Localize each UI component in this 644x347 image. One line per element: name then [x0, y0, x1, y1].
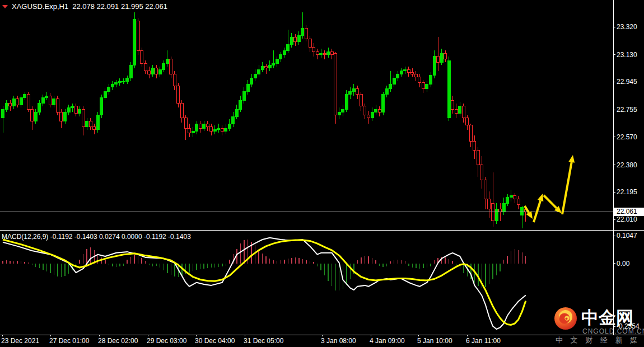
price-tick-label: 22.195	[617, 188, 637, 196]
bull-candle-body	[345, 95, 348, 109]
bull-candle-body	[495, 209, 498, 221]
bear-candle-body	[206, 124, 209, 126]
bear-candle-body	[221, 128, 223, 131]
bear-candle-body	[316, 52, 319, 55]
forecast-arrow-shaft	[544, 195, 557, 208]
symbol-ohlc-quote: 22.078 22.091 21.995 22.061	[72, 2, 167, 11]
bear-candle-body	[148, 71, 151, 74]
bull-candle-body	[327, 52, 330, 55]
bull-candle-body	[71, 106, 74, 108]
bear-candle-body	[480, 165, 483, 180]
bear-candle-body	[334, 53, 337, 115]
price-tick-label: 23.130	[617, 51, 637, 59]
bull-candle-body	[162, 64, 165, 70]
bear-candle-body	[177, 86, 180, 104]
bull-candle-body	[192, 131, 194, 133]
price-tick-label: 22.945	[617, 78, 637, 86]
bull-candle-body	[396, 74, 399, 78]
bull-candle-body	[342, 109, 344, 112]
bull-candle-body	[203, 124, 206, 128]
bull-candle-body	[426, 84, 428, 88]
bull-candle-body	[12, 99, 15, 106]
bull-candle-body	[246, 84, 249, 91]
bear-candle-body	[466, 118, 469, 125]
bull-candle-body	[166, 59, 169, 64]
bear-candle-body	[9, 104, 12, 106]
bull-candle-body	[287, 45, 290, 51]
symbol-name: XAGUSD.Exp,H1	[12, 2, 68, 11]
bull-candle-body	[371, 112, 374, 118]
bear-candle-body	[294, 37, 297, 41]
bull-candle-body	[115, 83, 118, 85]
time-tick-label: 30 Dec 04:00	[195, 337, 235, 345]
time-tick-label: 27 Dec 01:00	[49, 337, 89, 345]
symbol-dropdown-triangle-icon[interactable]	[2, 5, 8, 8]
bear-candle-body	[141, 50, 143, 64]
bull-candle-body	[385, 88, 388, 95]
time-axis[interactable]: 23 Dec 202127 Dec 01:0028 Dec 02:0029 De…	[0, 336, 644, 347]
bear-candle-body	[488, 199, 491, 209]
bull-candle-body	[393, 78, 395, 85]
chart-canvas[interactable]	[0, 0, 644, 347]
price-tick-label: 22.570	[617, 133, 637, 141]
bear-candle-body	[499, 209, 502, 212]
bull-candle-body	[389, 84, 392, 88]
bear-candle-body	[137, 21, 139, 50]
bear-candle-body	[477, 151, 479, 165]
bear-candle-body	[49, 96, 52, 105]
bear-candle-body	[180, 104, 183, 118]
bull-candle-body	[100, 97, 103, 115]
price-tick-label: 22.010	[617, 215, 637, 223]
bull-candle-body	[502, 203, 505, 212]
price-tick-label: 22.755	[617, 106, 637, 114]
bear-candle-body	[451, 100, 454, 109]
bull-candle-body	[268, 65, 271, 68]
forecast-arrow-head	[538, 194, 543, 201]
bull-candle-body	[301, 29, 304, 36]
macd-name: MACD(12,26,9)	[2, 233, 48, 241]
bull-candle-body	[430, 76, 432, 85]
macd-main-line	[3, 238, 526, 329]
macd-tick-label: 0.00	[617, 260, 629, 268]
bear-candle-body	[418, 77, 421, 83]
bull-candle-body	[404, 69, 407, 71]
time-tick-label: 31 Dec 05:00	[244, 337, 283, 345]
price-axis[interactable]: 23.32023.13022.94522.75522.57022.38022.1…	[614, 0, 644, 335]
bear-candle-body	[155, 68, 158, 74]
bear-candle-body	[407, 69, 410, 72]
bear-candle-body	[367, 115, 370, 118]
bull-candle-body	[232, 116, 235, 124]
bull-candle-body	[239, 100, 242, 109]
bull-candle-body	[78, 109, 81, 114]
bear-candle-body	[16, 99, 19, 105]
time-tick-label: 4 Jan 09:00	[370, 337, 405, 345]
bull-candle-body	[126, 78, 129, 81]
bull-candle-body	[67, 107, 70, 112]
bear-candle-body	[144, 64, 147, 71]
bear-candle-body	[437, 57, 440, 63]
bear-candle-body	[312, 48, 315, 52]
bull-candle-body	[24, 95, 26, 97]
bull-candle-body	[225, 128, 227, 131]
macd-values: -0.1192 -0.1403 0.0274 0.0000 -0.1192 -0…	[50, 233, 191, 241]
time-tick-label: 23 Dec 2021	[1, 337, 39, 345]
price-tick-label: 23.320	[617, 23, 637, 31]
forecast-arrow-shaft	[534, 200, 540, 222]
time-tick-label: 3 Jan 08:00	[321, 337, 356, 345]
bull-candle-body	[375, 109, 377, 112]
bull-candle-body	[111, 84, 114, 87]
bull-candle-body	[129, 65, 132, 78]
bull-candle-body	[228, 124, 231, 128]
bull-candle-body	[195, 124, 198, 131]
bull-candle-body	[506, 198, 509, 204]
bear-candle-body	[411, 72, 414, 74]
bull-candle-body	[349, 92, 352, 95]
bear-candle-body	[27, 95, 30, 109]
symbol-header: XAGUSD.Exp,H1 22.078 22.091 21.995 22.06…	[2, 2, 167, 11]
bear-candle-body	[378, 109, 381, 112]
bear-candle-body	[74, 106, 77, 114]
macd-tick-label: 0.1047	[617, 232, 637, 240]
time-tick-label: 6 Jan 11:00	[466, 337, 501, 345]
bear-candle-body	[170, 59, 172, 74]
bear-candle-body	[31, 109, 34, 121]
